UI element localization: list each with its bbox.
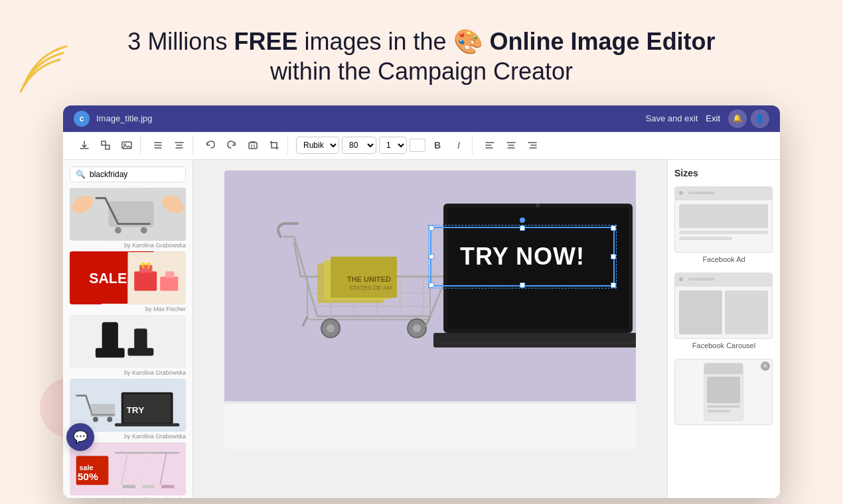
size-thumb-text2: [679, 237, 732, 240]
size-thumb-header-carousel: [675, 273, 772, 286]
list-item: by Karolina Grabowska: [70, 315, 186, 376]
toolbar-download-btn[interactable]: [75, 136, 94, 155]
app-window: c Image_title.jpg Save and exit Exit 🔔 👤: [63, 105, 780, 498]
svg-rect-63: [224, 403, 636, 449]
bold-button[interactable]: B: [428, 136, 447, 155]
toolbar-align2-btn[interactable]: [170, 136, 189, 155]
portrait-text-1: [707, 405, 740, 408]
save-exit-button[interactable]: Save and exit: [646, 113, 698, 123]
user-avatar[interactable]: 👤: [751, 109, 769, 128]
image-thumbnail-5[interactable]: sale 50%: [70, 442, 186, 495]
text-align-center-btn[interactable]: [502, 136, 520, 155]
resize-handle-tl[interactable]: [429, 225, 434, 231]
color-picker[interactable]: [410, 139, 425, 152]
portrait-image-area: [707, 377, 740, 403]
editor-canvas: THE UNITED STATES OF AM: [193, 160, 667, 498]
toolbar-undo-btn[interactable]: [201, 136, 220, 155]
svg-text:SALE: SALE: [89, 271, 127, 286]
resize-handle-ml[interactable]: [429, 254, 434, 259]
resize-handle-bl[interactable]: [429, 283, 434, 288]
size-thumb-text1: [679, 231, 768, 234]
notification-icon[interactable]: 🔔: [728, 109, 747, 128]
toolbar-redo-btn[interactable]: [222, 136, 241, 155]
font-family-select[interactable]: Rubik: [296, 137, 339, 154]
svg-rect-16: [160, 277, 178, 290]
size-thumb-line: [688, 192, 715, 194]
toolbar-align1-btn[interactable]: [149, 136, 167, 155]
search-input[interactable]: [90, 170, 180, 179]
svg-rect-4: [249, 143, 257, 149]
app-topbar: c Image_title.jpg Save and exit Exit 🔔 👤: [63, 105, 780, 132]
image-thumbnail-4[interactable]: TRY: [70, 379, 186, 432]
svg-rect-1: [106, 145, 110, 149]
image-credit-3: by Karolina Grabowska: [70, 369, 186, 376]
sizes-heading: Sizes: [674, 168, 773, 178]
toolbar-crop-btn[interactable]: [265, 136, 283, 155]
size-card-facebook-carousel[interactable]: Facebook Carousel: [674, 273, 773, 349]
svg-point-30: [107, 416, 112, 422]
font-size-select[interactable]: 80: [342, 137, 376, 154]
list-item: SALE by Max Fischer: [70, 251, 186, 312]
portrait-header: [704, 363, 743, 374]
svg-rect-35: [123, 485, 135, 488]
svg-rect-25: [115, 423, 179, 426]
canvas-text-overlay[interactable]: TRY NOW!: [430, 227, 615, 286]
svg-text:THE UNITED: THE UNITED: [347, 275, 391, 283]
svg-rect-19: [102, 322, 118, 351]
svg-point-62: [536, 204, 540, 208]
file-name-label: Image_title.jpg: [96, 113, 153, 123]
editor-main: 🔍: [63, 160, 780, 498]
size-thumbnail-facebook-carousel: [674, 273, 773, 339]
size-thumb-dot: [679, 191, 683, 195]
resize-handle-tr[interactable]: [611, 225, 616, 231]
toolbar-file-group: [71, 136, 141, 155]
image-thumbnail-2[interactable]: SALE: [70, 251, 186, 304]
svg-rect-20: [96, 348, 125, 358]
carousel-cell-2: [725, 290, 768, 334]
chat-bubble[interactable]: 💬: [66, 423, 94, 451]
size-thumb-header: [675, 187, 772, 200]
size-card-portrait[interactable]: ✕: [674, 359, 773, 425]
svg-text:50%: 50%: [78, 471, 98, 482]
size-label-facebook-carousel: Facebook Carousel: [674, 342, 773, 349]
resize-handle-mr[interactable]: [611, 254, 616, 259]
rotate-handle[interactable]: [520, 218, 525, 223]
svg-rect-60: [433, 333, 636, 347]
resize-handle-br[interactable]: [611, 283, 616, 288]
topbar-user-icons: 🔔 👤: [728, 109, 769, 128]
resize-handle-bm[interactable]: [520, 283, 525, 288]
toolbar-align-group: [145, 136, 193, 155]
text-align-right-btn[interactable]: [523, 136, 542, 155]
svg-point-55: [413, 324, 421, 332]
svg-rect-18: [70, 316, 186, 367]
toolbar-delete-btn[interactable]: [244, 136, 262, 155]
image-thumbnail-3[interactable]: [70, 315, 186, 368]
sizes-panel: Sizes Facebook Ad: [667, 160, 780, 498]
topbar-left: c Image_title.jpg: [74, 111, 153, 127]
headline-line2: within the Campaign Creator: [13, 58, 830, 86]
size-card-facebook-ad[interactable]: Facebook Ad: [674, 186, 773, 263]
toolbar-resize-btn[interactable]: [96, 136, 115, 155]
canvas-text-content: TRY NOW!: [460, 243, 585, 271]
line-height-select[interactable]: 1: [379, 137, 407, 154]
size-thumb-body: [675, 200, 772, 252]
app-logo: c: [74, 111, 90, 127]
close-size-button[interactable]: ✕: [761, 361, 770, 371]
resize-handle-tm[interactable]: [520, 225, 525, 231]
portrait-body: [704, 374, 743, 420]
page-header: 3 Millions FREE images in the 🎨 Online I…: [0, 0, 843, 99]
toolbar-history-group: [197, 136, 288, 155]
toolbar-image-btn[interactable]: [117, 136, 136, 155]
svg-rect-21: [134, 328, 147, 351]
chat-icon: 💬: [73, 430, 88, 444]
list-item: by Karolina Grabowska: [70, 188, 186, 249]
canvas-image: THE UNITED STATES OF AM: [224, 170, 636, 449]
exit-button[interactable]: Exit: [706, 113, 720, 123]
image-thumbnail-1[interactable]: [70, 188, 186, 241]
text-align-left-btn[interactable]: [481, 136, 499, 155]
search-box: 🔍: [63, 160, 192, 188]
svg-rect-0: [102, 141, 106, 145]
toolbar-font-group: Rubik 80 1 B I: [292, 136, 473, 155]
size-thumb-line-carousel: [688, 278, 715, 281]
italic-button[interactable]: I: [449, 136, 468, 155]
